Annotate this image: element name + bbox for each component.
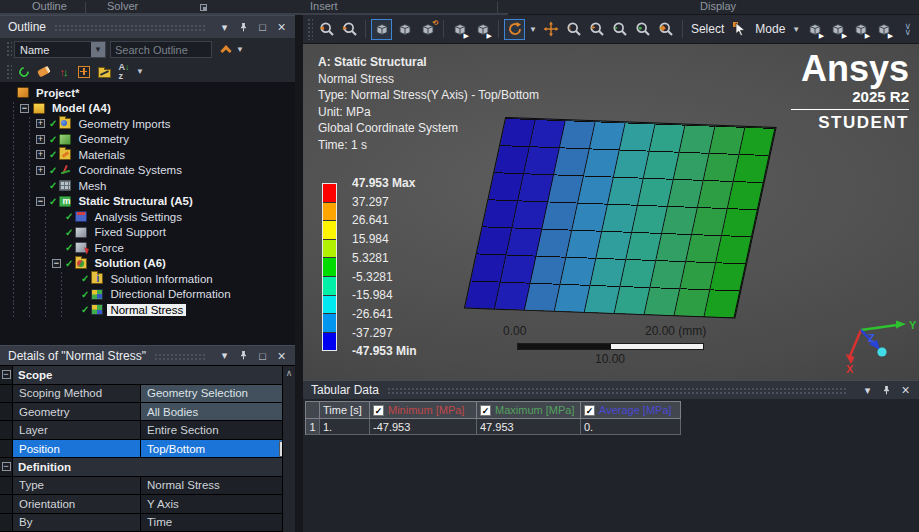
maximize-icon[interactable]: □ [255,20,270,35]
details-prop-value[interactable]: Top/Bottom▼ [141,440,295,457]
toolbar-overflow-icon[interactable]: ∨∨ [904,23,911,35]
expander-icon[interactable]: + [36,150,45,159]
tabular-cell[interactable]: -47.953 [370,419,477,435]
details-row-scoping-method[interactable]: Scoping MethodGeometry Selection [0,385,295,403]
copy-view-icon[interactable]: ▶ [449,19,470,40]
hidden-items-folder-icon[interactable] [94,63,114,81]
panel-dropdown-icon[interactable]: ▾ [217,20,232,35]
expand-all-icon[interactable] [220,45,231,56]
select-bodies-icon[interactable]: ▶ [873,19,894,40]
maximize-icon[interactable]: □ [255,348,270,363]
close-icon[interactable]: × [898,383,913,398]
drag-grip[interactable] [307,18,313,40]
panel-header-texture[interactable] [154,353,205,362]
column-checkbox[interactable]: ✓ [373,405,384,416]
tabular-cell[interactable]: 47.953 [477,419,581,435]
pin-icon[interactable] [879,383,894,398]
details-row-orientation[interactable]: OrientationY Axis [0,495,295,513]
shaded-exterior-icon[interactable] [394,19,415,40]
tree-item-static-structural-a5[interactable]: −✓Static Structural (A5) [0,194,295,210]
panel-dropdown-icon[interactable]: ▾ [217,348,232,363]
tree-item-coordinate-systems[interactable]: +✓Coordinate Systems [0,163,295,179]
details-row-type[interactable]: TypeNormal Stress [0,477,295,495]
magnifier-window-icon[interactable]: ◆ [656,19,677,40]
search-input[interactable] [110,41,212,58]
tabular-cell[interactable]: 1. [320,419,370,435]
details-row-position[interactable]: PositionTop/Bottom▼ [0,440,295,458]
tree-item-geometry[interactable]: +✓Geometry [0,132,295,148]
rotate-icon[interactable] [504,19,525,40]
panel-header-texture[interactable] [387,387,848,396]
tree-item-analysis-settings[interactable]: ✓Analysis Settings [0,209,295,225]
chevron-down-icon[interactable]: ▼ [91,42,105,57]
details-prop-value[interactable]: Y Axis [141,495,295,512]
chevron-down-icon[interactable]: ▼ [529,25,537,34]
expander-icon[interactable]: + [36,119,45,128]
pin-icon[interactable] [236,20,251,35]
chevron-down-icon[interactable]: ▼ [236,45,244,54]
chevron-down-icon[interactable]: ▼ [136,67,144,76]
drag-grip[interactable] [6,41,12,58]
shaded-exterior-edges-icon[interactable] [371,19,392,40]
details-row-geometry[interactable]: GeometryAll Bodies [0,403,295,421]
select-vertices-icon[interactable]: ▶ [804,19,825,40]
mesh-model[interactable] [465,118,775,318]
tree-item-solution-a6[interactable]: −✓Solution (A6) [0,256,295,272]
chevron-down-icon[interactable]: ▼ [792,25,800,34]
column-checkbox[interactable]: ✓ [480,405,491,416]
tree-item-solution-information[interactable]: ✓Solution Information [0,271,295,287]
close-icon[interactable]: × [274,348,289,363]
panel-splitter[interactable] [295,15,303,532]
tree-item-force[interactable]: ✓Force [0,240,295,256]
tree-item-geometry-imports[interactable]: +✓Geometry Imports [0,116,295,132]
tree-item-model-a4[interactable]: −Model (A4) [0,101,295,117]
pin-icon[interactable] [236,348,251,363]
expander-icon[interactable]: − [20,104,29,113]
section-expander-icon[interactable]: − [2,462,11,471]
expander-icon[interactable]: − [52,259,61,268]
solver-dialog-launcher-icon[interactable] [200,4,207,11]
graphics-viewport[interactable]: A: Static StructuralNormal StressType: N… [303,44,919,380]
zoom-fit-icon[interactable]: ● [633,19,654,40]
tabular-cell[interactable]: 0. [581,419,681,435]
column-checkbox[interactable]: ✓ [584,405,595,416]
details-row-scope[interactable]: −Scope [0,366,295,384]
expander-icon[interactable]: − [36,197,45,206]
wireframe-icon[interactable]: ⟲ [417,19,438,40]
details-prop-value[interactable]: Entire Section [141,421,295,438]
select-edges-icon[interactable]: ▶ [827,19,848,40]
tree-item-project[interactable]: Project* [0,85,295,101]
triad-axes[interactable]: Y X Z [841,314,919,376]
expander-icon[interactable]: + [36,166,45,175]
details-row-by[interactable]: ByTime [0,514,295,532]
select-cursor-icon[interactable] [729,19,750,40]
drag-grip[interactable] [6,64,12,79]
refresh-icon[interactable] [14,63,34,81]
details-prop-value[interactable]: Time [141,514,295,531]
paste-view-icon[interactable]: ▶ [472,19,493,40]
panel-dropdown-icon[interactable]: ▾ [860,383,875,398]
close-icon[interactable]: × [274,20,289,35]
zoom-icon[interactable]: ↕ [564,19,585,40]
tree-item-normal-stress[interactable]: ✓Normal Stress [0,302,295,318]
ribbon-group-outline[interactable]: Outline [32,0,67,12]
tree-item-fixed-support[interactable]: ✓Fixed Support [0,225,295,241]
mode-label[interactable]: Mode [755,22,785,36]
show-all-objects-icon[interactable] [74,63,94,81]
ribbon-group-display[interactable]: Display [700,0,736,12]
tree-item-directional-deformation[interactable]: ✓Directional Deformation [0,287,295,303]
details-row-layer[interactable]: LayerEntire Section [0,421,295,439]
eraser-icon[interactable] [34,63,54,81]
tree-item-mesh[interactable]: ✓Mesh [0,178,295,194]
details-prop-value[interactable]: Normal Stress [141,477,295,494]
details-prop-value[interactable]: All Bodies [141,403,295,420]
zoom-previous-icon[interactable]: ◂ [316,19,337,40]
ribbon-group-solver[interactable]: Solver [107,0,138,12]
sort-az-icon[interactable]: A↓z [114,63,134,81]
pan-icon[interactable] [541,19,562,40]
expander-icon[interactable]: + [36,135,45,144]
box-zoom-icon[interactable]: ▪ [610,19,631,40]
contour-legend-bar[interactable] [322,183,337,351]
panel-header-texture[interactable] [54,24,205,33]
details-row-definition[interactable]: −Definition [0,458,295,476]
